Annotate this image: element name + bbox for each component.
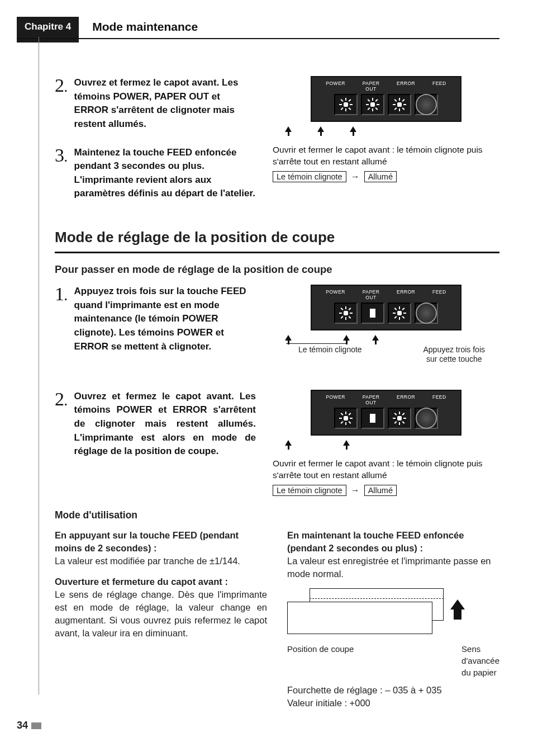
util-left-p2: Le sens de réglage change. Dès que l'imp… — [55, 588, 267, 640]
label-feed: FEED — [432, 394, 446, 405]
arrow-indicators — [285, 440, 499, 446]
step-number: 2 — [55, 75, 64, 96]
arrow-up-icon — [343, 440, 350, 446]
caption-left: Le témoin clignote — [298, 345, 362, 364]
label-power: POWER — [326, 289, 345, 300]
coupe-step-1: 1. Appuyez trois fois sur la touche FEED… — [55, 285, 256, 353]
arrow-up-icon — [285, 126, 292, 132]
arrow-up-icon — [285, 335, 292, 341]
error-led — [388, 94, 411, 115]
panel-caption: Ouvrir et fermer le capot avant : le tém… — [273, 144, 499, 168]
arrow-up-icon — [343, 335, 350, 341]
panel-caption: Ouvrir et fermer le capot avant : le tém… — [273, 458, 499, 481]
mode-util-heading: Mode d'utilisation — [55, 509, 499, 521]
led-panel-top: POWER PAPEROUT ERROR FEED — [273, 76, 499, 132]
state-transition: Le témoin clignote → Allumé — [273, 485, 499, 496]
label-paper-out: PAPEROUT — [363, 289, 380, 300]
util-left-h1: En appuyant sur la touche FEED (pendant … — [55, 529, 267, 555]
section-subhead: Pour passer en mode de réglage de la pos… — [55, 263, 499, 276]
error-led — [388, 303, 411, 324]
header-rule — [17, 38, 499, 39]
section-underline — [55, 252, 499, 253]
caption-right: Appuyez trois foissur cette touche — [423, 345, 486, 364]
step-2: 2. Ouvrez et fermez le capot avant. Les … — [55, 76, 256, 131]
util-left-p1: La valeur est modifiée par tranche de ±1… — [55, 555, 267, 568]
step-text: Appuyez trois fois sur la touche FEED qu… — [74, 285, 256, 353]
range-text: Fourchette de réglage : – 035 à + 035 — [287, 684, 499, 697]
label-error: ERROR — [397, 394, 415, 405]
power-led — [334, 408, 358, 429]
label-power: POWER — [326, 394, 345, 405]
page: Chapitre 4 Mode maintenance 2. Ouvrez et… — [0, 0, 533, 756]
content-area: 2. Ouvrez et fermez le capot avant. Les … — [55, 76, 499, 710]
step-number: 2 — [55, 389, 64, 409]
initial-value-text: Valeur initiale : +000 — [287, 697, 499, 710]
feed-button — [415, 94, 438, 115]
util-left-h2: Ouverture et fermeture du capot avant : — [55, 575, 267, 588]
arrow-up-icon — [372, 335, 379, 341]
feed-button — [415, 408, 438, 429]
top-block: 2. Ouvrez et fermez le capot avant. Les … — [55, 76, 499, 215]
label-error: ERROR — [397, 289, 415, 300]
paper-out-led — [361, 94, 384, 115]
step-number: 3 — [55, 145, 64, 166]
arrow-indicators — [285, 126, 499, 132]
power-led — [334, 303, 358, 324]
step-number: 1 — [55, 284, 64, 304]
step-text: Ouvrez et fermez le capot avant. Les tém… — [74, 76, 256, 131]
arrow-up-icon — [317, 126, 324, 132]
mode-util-columns: En appuyant sur la touche FEED (pendant … — [55, 529, 499, 710]
step-3: 3. Maintenez la touche FEED enfoncée pen… — [55, 146, 256, 201]
arrow-right-icon: → — [351, 172, 360, 182]
section-title: Mode de réglage de la position de coupe — [55, 229, 499, 246]
state-from: Le témoin clignote — [273, 485, 346, 496]
util-right-p1: La valeur est enregistrée et l'imprimant… — [287, 555, 499, 580]
label-error: ERROR — [397, 81, 415, 92]
coupe-step1-block: 1. Appuyez trois fois sur la touche FEED… — [55, 285, 499, 376]
coupe-step2-block: 2. Ouvrez et fermez le capot avant. Les … — [55, 390, 499, 496]
cut-position-diagram — [287, 588, 455, 639]
vertical-rule — [39, 37, 39, 694]
power-led — [334, 94, 358, 115]
label-feed: FEED — [432, 81, 446, 92]
step-text: Maintenez la touche FEED enfoncée pendan… — [74, 146, 256, 201]
error-led — [388, 408, 411, 429]
footer-bar-icon — [31, 722, 41, 729]
util-right-h1: En maintenant la touche FEED enfoncée (p… — [287, 529, 499, 555]
state-from: Le témoin clignote — [273, 171, 346, 182]
state-to: Allumé — [364, 171, 397, 182]
led-panel-step2: POWER PAPEROUT ERROR FEED — [273, 390, 499, 446]
label-power: POWER — [326, 81, 345, 92]
label-feed: FEED — [432, 289, 446, 300]
page-number: 34 — [17, 720, 41, 731]
paper-out-led — [361, 303, 384, 324]
cut-label-left: Position de coupe — [287, 643, 354, 678]
label-paper-out: PAPEROUT — [363, 394, 380, 405]
arrow-indicators — [285, 335, 499, 341]
label-paper-out: PAPEROUT — [363, 81, 380, 92]
coupe-step-2: 2. Ouvrez et fermez le capot avant. Les … — [55, 390, 256, 459]
led-panel-step1: POWER PAPEROUT ERROR FEED — [273, 285, 499, 364]
cut-label-right: Sensd'avancéedu papier — [461, 643, 499, 678]
paper-out-led — [361, 408, 384, 429]
state-transition: Le témoin clignote → Allumé — [273, 171, 499, 182]
paper-direction-arrow-icon — [450, 599, 466, 620]
state-to: Allumé — [364, 485, 397, 496]
arrow-right-icon: → — [351, 485, 360, 495]
brace-line — [286, 341, 346, 344]
feed-button — [415, 303, 438, 324]
arrow-up-icon — [350, 126, 356, 132]
arrow-up-icon — [285, 440, 292, 446]
header-title: Mode maintenance — [92, 20, 198, 34]
step-text: Ouvrez et fermez le capot avant. Les tém… — [74, 390, 256, 459]
